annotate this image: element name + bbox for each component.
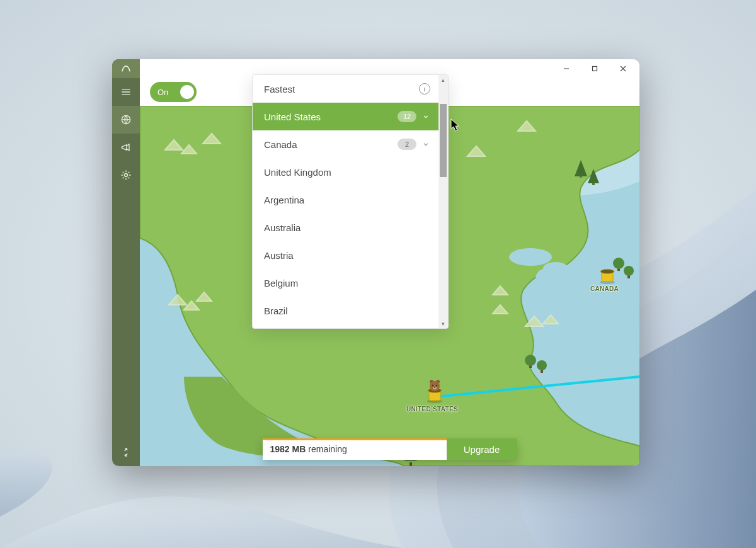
svg-point-16: [525, 355, 536, 366]
svg-point-29: [432, 385, 433, 386]
upgrade-label: Upgrade: [464, 444, 500, 455]
map-label-united-states: UNITED STATES: [406, 406, 458, 413]
window-maximize-button[interactable]: [580, 59, 609, 78]
megaphone-icon: [120, 141, 132, 154]
collapse-icon: [120, 447, 132, 458]
sidebar: [112, 59, 140, 466]
data-remaining: 1982 MB remaining: [263, 438, 447, 460]
status-bar: 1982 MB remaining Upgrade: [263, 438, 517, 460]
connection-toggle[interactable]: On: [150, 82, 197, 102]
gear-icon: [120, 169, 132, 181]
sidebar-item-settings[interactable]: [112, 161, 140, 189]
map-label-canada: CANADA: [590, 285, 619, 292]
svg-point-1: [125, 174, 128, 177]
chevron-down-icon: [421, 140, 430, 149]
svg-point-18: [537, 360, 547, 370]
minimize-icon: [563, 66, 570, 72]
sidebar-item-globe[interactable]: [112, 106, 140, 134]
svg-point-28: [430, 381, 440, 391]
country-item-austria[interactable]: Austria: [253, 241, 448, 269]
close-icon: [620, 66, 626, 72]
toggle-knob: [180, 85, 194, 99]
bear-icon: [428, 378, 442, 392]
menu-icon: [120, 86, 132, 98]
sidebar-item-menu[interactable]: [112, 78, 140, 106]
country-item-argentina[interactable]: Argentina: [253, 186, 448, 214]
pin-canada[interactable]: [598, 269, 616, 284]
sidebar-item-announce[interactable]: [112, 134, 140, 161]
svg-point-14: [624, 266, 634, 276]
svg-rect-2: [592, 67, 597, 71]
country-item-united-states[interactable]: United States 12: [253, 103, 448, 130]
country-item-canada[interactable]: Canada 2: [253, 130, 448, 158]
svg-point-12: [613, 258, 624, 269]
window-close-button[interactable]: [609, 59, 637, 78]
country-list: Fastest i United States 12 Canada 2: [253, 75, 448, 328]
chevron-down-icon: [421, 112, 430, 121]
data-remaining-label: remaining: [308, 444, 346, 454]
main: On: [140, 59, 639, 466]
maximize-icon: [592, 66, 598, 72]
upgrade-button[interactable]: Upgrade: [447, 438, 517, 460]
tunnel-icon: [598, 269, 616, 284]
info-icon[interactable]: i: [419, 83, 430, 94]
data-remaining-bar: [263, 438, 447, 440]
scroll-thumb[interactable]: [440, 104, 447, 177]
country-item-australia[interactable]: Australia: [253, 214, 448, 241]
svg-point-30: [436, 385, 437, 386]
data-amount: 1982 MB: [270, 444, 306, 454]
sidebar-collapse-button[interactable]: [112, 438, 140, 466]
svg-point-22: [600, 270, 614, 274]
desktop: On: [0, 0, 756, 548]
app-logo: [112, 59, 140, 78]
scroll-down-button[interactable]: ▾: [438, 319, 448, 328]
app-window: On: [112, 59, 639, 466]
country-item-belgium[interactable]: Belgium: [253, 269, 448, 297]
globe-icon: [120, 113, 132, 126]
country-item-fastest[interactable]: Fastest i: [253, 75, 448, 103]
svg-point-32: [434, 387, 435, 388]
scroll-up-button[interactable]: ▴: [438, 75, 448, 84]
svg-rect-19: [410, 462, 412, 466]
svg-point-4: [509, 248, 552, 266]
svg-point-6: [536, 269, 553, 289]
country-item-brazil[interactable]: Brazil: [253, 297, 448, 324]
country-item-united-kingdom[interactable]: United Kingdom: [253, 158, 448, 186]
dropdown-scrollbar[interactable]: ▴ ▾: [438, 75, 448, 328]
server-count: 2: [398, 139, 416, 150]
country-dropdown[interactable]: Fastest i United States 12 Canada 2: [252, 74, 449, 329]
toggle-label: On: [158, 88, 168, 97]
window-minimize-button[interactable]: [552, 59, 580, 78]
sidebar-nav: [112, 78, 140, 189]
server-count: 12: [398, 111, 416, 122]
